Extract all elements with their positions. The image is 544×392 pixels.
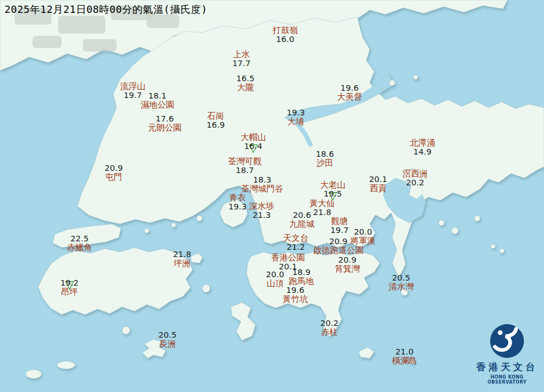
station-name: 山頂 [267,279,283,288]
station-temperature: ▽20.9 [338,255,356,264]
station-temperature: ▽19.6 [286,286,304,295]
station-temperature-value: 20.9 [329,237,347,246]
weather-station: 昂坪 ▽19.2 [61,278,78,296]
weather-station: 山頂 ▽20.0 [266,270,284,288]
station-temperature-value: 19.6 [341,83,359,92]
station-temperature: ▽21.2 [287,242,305,251]
station-temperature-value: 21.2 [287,242,305,251]
weather-station: 大隴 ▽16.5 [236,74,254,92]
station-temperature-value: 14.9 [413,147,431,156]
hko-logo-icon [489,323,526,360]
weather-station: 荃灣可觀 ▽18.7 [228,157,262,175]
station-temperature: ▽20.1 [369,175,387,184]
station-name: 觀塘 [331,217,348,226]
weather-station: 石崗 ▽16.9 [207,111,225,129]
weather-station: 黃竹坑 ▽19.6 [283,286,308,304]
station-temperature-value: 20.2 [320,319,338,328]
weather-station: 大美督 ▽19.6 [337,83,362,101]
station-name: 深水埗 [249,202,275,211]
station-temperature: ▽21.8 [173,250,191,259]
weather-station: 荃灣城門谷 ▽18.3 [241,175,283,193]
station-name: 長洲 [159,339,176,348]
station-temperature-value: 20.9 [105,164,123,172]
weather-station: 上水 ▽17.7 [233,50,250,68]
station-name: 荃灣可觀 [228,157,262,166]
station-temperature: ▽17.7 [233,59,250,68]
station-name: 滘西洲 [403,169,428,178]
station-temperature: ▽16.9 [207,120,225,129]
weather-station: 滘西洲 ▽20.2 [403,169,428,187]
stations-layer: 打鼓嶺 ▽16.0 上水 ▽17.7 大隴 ▽16.5 流浮山 ▽19.7 濕地… [0,0,544,392]
weather-station: 西貢 ▽20.1 [369,175,387,193]
station-temperature-value: 19.2 [61,278,78,287]
station-name: 橫瀾島 [392,356,417,365]
weather-station: 大老山 ▽19.5 [320,180,346,198]
station-temperature-value: 20.0 [354,227,372,236]
station-name: 跑馬地 [289,277,314,286]
station-temperature: ▽18.9 [292,268,310,277]
station-name: 石崗 [207,111,224,120]
station-name: 濕地公園 [141,100,174,109]
station-temperature-value: 21.8 [313,208,331,217]
station-name: 坪洲 [174,259,190,268]
station-name: 九龍城 [290,220,315,228]
station-temperature: ▽20.2 [320,319,338,328]
station-temperature-value: 20.6 [293,211,311,220]
station-name: 大隴 [237,83,254,92]
weather-station: 啟德跑道公園 ▽20.9 [313,237,364,255]
station-name: 元朗公園 [148,123,182,132]
station-temperature-value: 19.3 [229,202,247,211]
weather-station: 濕地公園 ▽18.1 [141,91,174,109]
station-temperature-value: 18.1 [148,91,166,100]
station-temperature: ▽20.2 [406,178,424,187]
weather-station: 跑馬地 ▽18.9 [289,268,314,286]
station-temperature-value: 20.5 [392,273,410,282]
station-name: 大老山 [320,180,346,189]
station-name: 大美督 [337,92,362,101]
station-name: 西貢 [370,184,387,193]
station-temperature-value: 21.8 [173,250,191,259]
station-temperature-value: 18.7 [236,166,254,175]
weather-station: 大帽山 ▽16.4 [241,133,266,151]
temperature-map-screen: 2025年12月21日08時00分的氣溫(攝氏度) 打鼓嶺 ▽16.0 上水 ▽… [0,0,544,392]
station-temperature-value: 17.6 [156,114,174,123]
station-temperature-value: 20.5 [159,330,176,339]
station-temperature: ▽19.5 [324,189,342,198]
weather-station: 橫瀾島 ▽21.0 [392,347,417,365]
hko-logo: 香港天文台 HONG KONG OBSERVATORY [472,323,542,385]
station-temperature-value: 16.4 [244,142,262,151]
station-name: 沙田 [317,158,333,167]
station-temperature-value: 19.7 [331,226,348,235]
station-temperature-value: 16.9 [207,120,225,129]
station-temperature-value: 21.0 [396,347,413,356]
station-temperature: ▽18.7 [236,166,254,175]
weather-station: 青衣 ▽19.3 [229,193,247,211]
station-temperature-value: 19.7 [124,91,142,100]
station-temperature: ▽21.8 [313,208,331,217]
station-temperature: ▽21.3 [253,211,271,220]
weather-station: 赤鱲角 ▽22.5 [67,234,92,252]
station-temperature-value: 18.3 [253,175,271,184]
weather-station: 屯門 ▽20.9 [105,164,123,181]
weather-station: 深水埗 ▽21.3 [249,202,275,220]
station-temperature: ▽20.5 [159,330,176,339]
station-temperature: ▽20.0 [354,227,372,236]
station-temperature: ▽16.0 [276,35,294,44]
station-name: 流浮山 [120,82,146,91]
weather-station: 九龍城 ▽20.6 [290,211,315,228]
station-temperature: ▽20.5 [392,273,410,282]
station-temperature: ▽16.4 [244,142,262,151]
weather-station: 天文台 ▽21.2 [283,234,309,251]
station-name: 香港公園 [271,253,305,262]
station-name: 啟德跑道公園 [313,246,364,255]
weather-station: 北潭涌 ▽14.9 [410,138,435,156]
station-name: 大帽山 [241,133,266,142]
weather-station: 元朗公園 ▽17.6 [148,114,182,132]
weather-station: 坪洲 ▽21.8 [173,250,191,268]
station-temperature: ▽20.0 [266,270,284,279]
station-name: 北潭涌 [410,138,435,147]
station-temperature-value: 20.9 [338,255,356,264]
weather-station: 打鼓嶺 ▽16.0 [273,26,298,44]
weather-station: 大埔 ▽19.3 [287,108,305,126]
station-temperature: ▽19.3 [229,202,247,211]
